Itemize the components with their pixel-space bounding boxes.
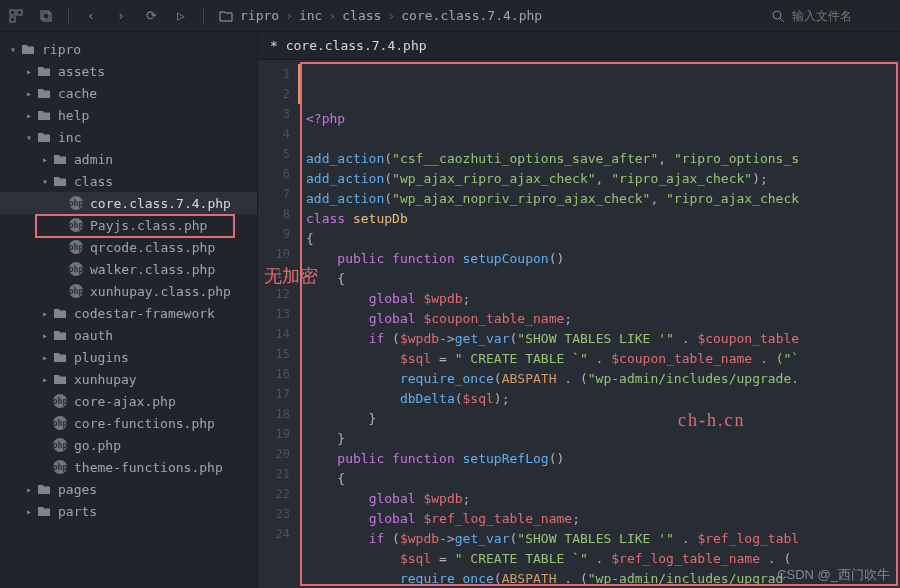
tree-folder[interactable]: ▸oauth (0, 324, 257, 346)
line-number: 3 (258, 104, 290, 124)
line-number: 8 (258, 204, 290, 224)
tree-folder[interactable]: ▸parts (0, 500, 257, 522)
tree-folder[interactable]: ▸xunhupay (0, 368, 257, 390)
tree-item-label: inc (58, 130, 81, 145)
search-icon (770, 8, 786, 24)
tree-file[interactable]: phpgo.php (0, 434, 257, 456)
tree-item-label: admin (74, 152, 113, 167)
folder-icon (52, 173, 68, 189)
play-icon[interactable]: ▷ (173, 8, 189, 24)
chevron-right-icon: ▸ (22, 506, 36, 517)
php-icon: php (52, 415, 68, 431)
tree-folder[interactable]: ▸assets (0, 60, 257, 82)
forward-icon[interactable]: › (113, 8, 129, 24)
breadcrumb-item[interactable]: class (342, 8, 381, 23)
menu-icon[interactable] (8, 8, 24, 24)
folder-icon (218, 8, 234, 24)
svg-line-6 (780, 18, 784, 22)
tree-folder[interactable]: ▸cache (0, 82, 257, 104)
folder-icon (52, 327, 68, 343)
tree-item-label: oauth (74, 328, 113, 343)
php-icon: php (52, 393, 68, 409)
svg-rect-3 (41, 11, 49, 19)
svg-rect-0 (10, 10, 15, 15)
tab-bar: * core.class.7.4.php (258, 32, 900, 60)
search-input[interactable] (792, 9, 892, 23)
svg-point-5 (773, 11, 781, 19)
folder-icon (36, 129, 52, 145)
php-icon: php (68, 239, 84, 255)
php-icon: php (68, 261, 84, 277)
breadcrumb-item[interactable]: inc (299, 8, 322, 23)
svg-rect-1 (17, 10, 22, 15)
tree-root[interactable]: ▾ ripro (0, 38, 257, 60)
tree-folder[interactable]: ▸admin (0, 148, 257, 170)
refresh-icon[interactable]: ⟳ (143, 8, 159, 24)
line-number: 19 (258, 424, 290, 444)
tree-file[interactable]: phpxunhupay.class.php (0, 280, 257, 302)
chevron-right-icon: ▸ (38, 308, 52, 319)
folder-icon (20, 41, 36, 57)
breadcrumb-item[interactable]: ripro (240, 8, 279, 23)
breadcrumb-item[interactable]: core.class.7.4.php (401, 8, 542, 23)
line-number: 4 (258, 124, 290, 144)
tree-folder[interactable]: ▾class (0, 170, 257, 192)
editor-highlight-box (300, 62, 898, 586)
breadcrumb[interactable]: ripro › inc › class › core.class.7.4.php (218, 8, 542, 24)
line-number: 22 (258, 484, 290, 504)
editor-tab[interactable]: * core.class.7.4.php (270, 38, 427, 53)
tree-item-label: qrcode.class.php (90, 240, 215, 255)
tree-item-label: theme-functions.php (74, 460, 223, 475)
tree-folder[interactable]: ▸codestar-framework (0, 302, 257, 324)
tree-root-label: ripro (42, 42, 81, 57)
php-icon: php (52, 437, 68, 453)
line-number: 5 (258, 144, 290, 164)
tree-folder[interactable]: ▾inc (0, 126, 257, 148)
folder-icon (36, 503, 52, 519)
folder-icon (52, 349, 68, 365)
chevron-right-icon: ▸ (38, 154, 52, 165)
svg-rect-4 (43, 13, 51, 21)
line-number: 20 (258, 444, 290, 464)
line-number: 14 (258, 324, 290, 344)
chevron-right-icon: ▸ (38, 374, 52, 385)
tree-folder[interactable]: ▸plugins (0, 346, 257, 368)
chevron-right-icon: ▸ (38, 352, 52, 363)
line-number: 13 (258, 304, 290, 324)
line-number: 18 (258, 404, 290, 424)
tree-item-label: xunhupay (74, 372, 137, 387)
tree-file[interactable]: phpqrcode.class.php (0, 236, 257, 258)
toolbar: ‹ › ⟳ ▷ ripro › inc › class › core.class… (0, 0, 900, 32)
folder-icon (52, 151, 68, 167)
tree-item-label: walker.class.php (90, 262, 215, 277)
copy-icon[interactable] (38, 8, 54, 24)
chevron-right-icon: ▸ (22, 484, 36, 495)
line-number: 9 (258, 224, 290, 244)
chevron-right-icon: › (285, 8, 293, 23)
tree-file[interactable]: phpcore-functions.php (0, 412, 257, 434)
line-number: 10 (258, 244, 290, 264)
folder-icon (36, 481, 52, 497)
line-number: 7 (258, 184, 290, 204)
php-icon: php (52, 459, 68, 475)
editor-area: * core.class.7.4.php 1234567891011121314… (258, 32, 900, 588)
tree-file[interactable]: phpcore.class.7.4.php (0, 192, 257, 214)
tree-item-label: codestar-framework (74, 306, 215, 321)
tree-item-label: parts (58, 504, 97, 519)
main: ▾ ripro ▸assets▸cache▸help▾inc▸admin▾cla… (0, 32, 900, 588)
tree-item-label: xunhupay.class.php (90, 284, 231, 299)
svg-rect-2 (10, 17, 15, 22)
php-icon: php (68, 195, 84, 211)
tree-file[interactable]: phptheme-functions.php (0, 456, 257, 478)
tree-folder[interactable]: ▸help (0, 104, 257, 126)
tree-file[interactable]: phpwalker.class.php (0, 258, 257, 280)
line-number: 12 (258, 284, 290, 304)
line-number: 2 (258, 84, 290, 104)
tree-folder[interactable]: ▸pages (0, 478, 257, 500)
back-icon[interactable]: ‹ (83, 8, 99, 24)
line-gutter: 123456789101112131415161718192021222324 (258, 60, 298, 588)
folder-icon (52, 305, 68, 321)
tree-file[interactable]: phpcore-ajax.php (0, 390, 257, 412)
file-search[interactable] (770, 8, 892, 24)
chevron-right-icon: ▸ (22, 66, 36, 77)
